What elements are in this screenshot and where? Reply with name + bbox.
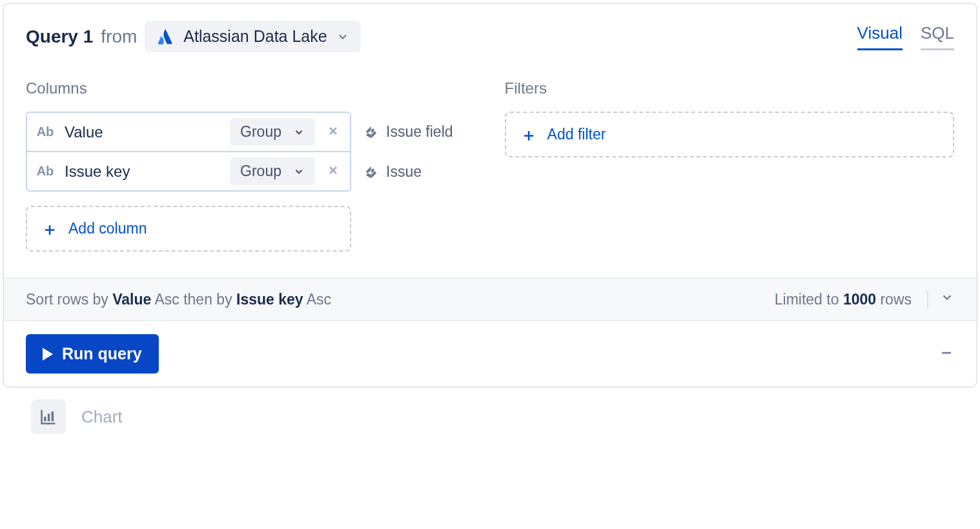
add-filter-label: Add filter [547, 126, 606, 143]
column-source: Issue [364, 163, 422, 181]
column-row: Ab Issue key Group Issue [26, 152, 453, 192]
run-query-button[interactable]: Run query [26, 334, 159, 374]
expand-button[interactable] [927, 290, 954, 308]
filters-label: Filters [505, 79, 954, 97]
column-row: Ab Value Group Issue field [26, 112, 453, 152]
sort-limit-bar: Sort rows by Value Asc then by Issue key… [4, 277, 976, 321]
add-column-button[interactable]: ＋ Add column [26, 206, 351, 252]
query-panel: Query 1 from Atlassian Data Lake Visual … [3, 3, 977, 388]
sort-col1: Value [112, 291, 151, 308]
column-name: Value [65, 123, 221, 141]
svg-rect-6 [48, 414, 50, 421]
tab-sql[interactable]: SQL [921, 23, 954, 50]
type-badge: Ab [35, 164, 56, 179]
atlassian-icon [156, 28, 174, 46]
sort-description[interactable]: Sort rows by Value Asc then by Issue key… [26, 291, 331, 308]
filters-section: Filters ＋ Add filter [505, 79, 954, 252]
column-source-label: Issue [386, 163, 422, 181]
aggregation-select[interactable]: Group [230, 118, 315, 146]
plus-icon: ＋ [520, 126, 537, 143]
aggregation-label: Group [240, 163, 281, 180]
remove-column-button[interactable] [324, 122, 342, 142]
add-column-label: Add column [68, 220, 147, 237]
chart-section: Chart [3, 388, 977, 434]
query-title: Query 1 [26, 26, 93, 47]
sort-dir1: Asc [154, 291, 179, 308]
limit-control[interactable]: Limited to 1000 rows [775, 290, 954, 308]
from-label: from [101, 26, 137, 47]
column-name: Issue key [65, 163, 221, 181]
sort-then: then by [183, 291, 232, 308]
minus-icon [939, 345, 954, 361]
sort-col2: Issue key [236, 291, 303, 308]
limit-suffix: rows [880, 291, 912, 308]
limit-value: 1000 [843, 291, 876, 308]
panel-header: Query 1 from Atlassian Data Lake Visual … [4, 4, 976, 59]
tab-visual[interactable]: Visual [857, 23, 903, 50]
view-tabs: Visual SQL [857, 23, 954, 50]
svg-rect-5 [44, 417, 46, 421]
bar-chart-icon [39, 408, 57, 426]
close-icon [327, 164, 340, 177]
columns-section: Columns Ab Value Group Issue field [26, 79, 453, 252]
play-icon [43, 348, 53, 361]
chart-icon-button[interactable] [31, 399, 66, 434]
column-pill-value[interactable]: Ab Value Group [26, 112, 351, 152]
aggregation-select[interactable]: Group [230, 157, 315, 185]
column-source: Issue field [364, 123, 453, 141]
header-left: Query 1 from Atlassian Data Lake [26, 21, 361, 52]
run-query-label: Run query [62, 344, 142, 363]
chevron-down-icon [293, 126, 305, 138]
run-bar: Run query [4, 321, 976, 386]
panel-body: Columns Ab Value Group Issue field [4, 59, 976, 277]
chevron-down-icon [940, 290, 954, 304]
data-source-name: Atlassian Data Lake [183, 27, 327, 46]
close-icon [327, 125, 340, 137]
chevron-down-icon [336, 30, 349, 43]
remove-column-button[interactable] [324, 161, 342, 181]
chevron-down-icon [293, 166, 305, 177]
svg-rect-7 [52, 412, 54, 421]
sort-prefix: Sort rows by [26, 291, 108, 308]
plus-icon: ＋ [41, 221, 58, 237]
add-filter-button[interactable]: ＋ Add filter [505, 112, 954, 157]
columns-label: Columns [26, 79, 453, 97]
column-pill-issue-key[interactable]: Ab Issue key Group [26, 152, 351, 192]
chart-label: Chart [81, 407, 123, 427]
column-source-label: Issue field [386, 123, 453, 141]
limit-prefix: Limited to [775, 291, 839, 308]
jira-icon [364, 125, 378, 139]
jira-icon [364, 165, 378, 179]
data-source-selector[interactable]: Atlassian Data Lake [145, 21, 360, 52]
type-badge: Ab [35, 125, 56, 139]
aggregation-label: Group [240, 123, 281, 141]
sort-dir2: Asc [307, 291, 331, 308]
minimize-button[interactable] [939, 343, 954, 365]
